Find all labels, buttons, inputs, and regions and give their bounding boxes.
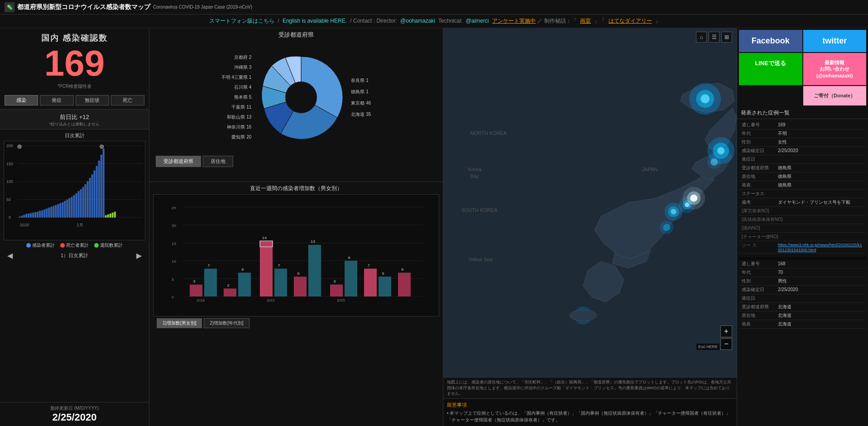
right-panel: Facebook twitter LINEで送る 最新情報 お問い合わせ (@o… xyxy=(737,28,868,426)
svg-rect-43 xyxy=(89,178,91,217)
map-grid-btn[interactable]: ⊞ xyxy=(721,32,732,43)
pie-labels-right: 奈良県 1 徳島県 1 東京都 46 北海道 35 xyxy=(351,75,371,120)
svg-rect-45 xyxy=(94,170,96,217)
case-row-status: ステータス xyxy=(739,189,866,198)
technical-link[interactable]: @aimerci xyxy=(466,18,489,24)
svg-text:2月: 2月 xyxy=(77,223,83,227)
info-btn[interactable]: 最新情報 お問い合わせ (@oohamazaki) xyxy=(803,53,867,85)
case-row-confirmed-date: 感染確定日 2/25/2020 xyxy=(739,146,866,155)
case-row-age: 年代 不明 xyxy=(739,129,866,138)
case-168-row-onset-date: 発症日 xyxy=(739,294,866,302)
case-row-onset-date: 発症日 xyxy=(739,155,866,163)
pie-chart-svg xyxy=(256,52,346,143)
tab-asymptomatic[interactable]: 無症状 xyxy=(76,95,109,105)
center-col: 受診都道府県 京都府 2 沖縄県 3 不明 4三重県 1 石川県 4 熊本県 5… xyxy=(149,28,443,426)
tab-death[interactable]: 死亡 xyxy=(111,95,144,105)
case-row-notes: 備考 ダイヤモンド・プリンセス号を下船 xyxy=(739,198,866,206)
japan-map-svg: NORTH KOREA Korea Bay SOUTH KOREA Yellow… xyxy=(443,28,737,377)
svg-point-55 xyxy=(18,145,21,148)
svg-rect-18 xyxy=(32,213,34,218)
line-btn[interactable]: LINEで送る xyxy=(739,53,802,85)
update-box: 最終更新日 (M/D/YYYY) 2/25/2020 xyxy=(0,402,149,426)
donate-btn[interactable]: ご寄付（Donate） xyxy=(803,86,867,105)
case-row-case-no: 通し番号 169 xyxy=(739,121,866,129)
facebook-btn[interactable]: Facebook xyxy=(739,30,802,52)
svg-rect-89 xyxy=(308,245,321,297)
app-title: 🦠 都道府県別新型コロナウイルス感染者数マップ Coronavirus COVI… xyxy=(5,2,252,12)
survey-link[interactable]: アンケート実施中 xyxy=(492,18,536,24)
case-168-row-case-no: 通し番号 168 xyxy=(739,260,866,268)
chart-next-btn[interactable]: ▶ xyxy=(136,251,142,260)
pie-label-nara: 奈良県 1 xyxy=(351,75,371,86)
svg-text:Bay: Bay xyxy=(470,173,479,179)
credits2-link[interactable]: はてなダイアリー xyxy=(609,18,652,24)
credits1-link[interactable]: 画室 xyxy=(580,18,591,24)
pie-tab-residence[interactable]: 居住地 xyxy=(203,156,233,167)
svg-rect-44 xyxy=(91,174,93,217)
twitter-btn[interactable]: twitter xyxy=(803,30,867,52)
pie-tab-hospital[interactable]: 受診都道府県 xyxy=(156,156,201,167)
map-home-btn[interactable]: ⌂ xyxy=(696,32,707,43)
svg-text:14: 14 xyxy=(262,235,267,239)
svg-point-118 xyxy=(671,209,676,215)
svg-text:2/22: 2/22 xyxy=(267,298,275,302)
smartphone-link[interactable]: スマートフォン版はこちら xyxy=(209,18,274,24)
tab-row: 感染 発症 無症状 死亡 xyxy=(0,95,149,109)
bar-tabs: 1)増加数[男女別] 2)増加数[年代別] xyxy=(153,316,439,330)
svg-rect-13 xyxy=(21,215,23,217)
chart-legend: 感染者累計 死亡者累計 退院数累計 xyxy=(4,240,145,250)
svg-rect-91 xyxy=(330,285,343,297)
tab-infection[interactable]: 感染 xyxy=(5,95,38,105)
social-buttons: Facebook twitter LINEで送る 最新情報 お問い合わせ (@o… xyxy=(737,28,868,107)
tab-onset[interactable]: 発症 xyxy=(40,95,73,105)
pie-labels-left: 京都府 2 沖縄県 3 不明 4三重県 1 石川県 4 熊本県 5 千葉県 11… xyxy=(221,53,252,142)
source-link-169[interactable]: https://www3.nhk.or.jp/news/html/2020022… xyxy=(778,243,862,252)
pie-label-okinawa: 沖縄県 3 xyxy=(221,62,252,72)
svg-rect-74 xyxy=(204,268,217,296)
zoom-out-btn[interactable]: − xyxy=(720,338,732,350)
bar-tab-gender[interactable]: 1)増加数[男女別] xyxy=(157,318,202,328)
svg-rect-19 xyxy=(34,212,36,218)
svg-text:150: 150 xyxy=(6,162,13,166)
map-container[interactable]: ⌂ ☰ ⊞ NORTH KOREA Korea Bay SOUTH KOREA … xyxy=(443,28,737,377)
english-link[interactable]: English is available HERE. xyxy=(283,18,347,24)
svg-text:30: 30 xyxy=(172,199,176,200)
svg-text:50: 50 xyxy=(6,197,11,202)
case-168-row-residence: 原住地 北海道 xyxy=(739,311,866,320)
pie-label-ishikawa: 石川県 4 xyxy=(221,82,252,92)
svg-rect-51 xyxy=(107,215,109,218)
map-list-btn[interactable]: ☰ xyxy=(709,32,719,43)
chart-nav: ◀ 1）日次累計 ▶ xyxy=(4,250,145,261)
svg-text:Korea: Korea xyxy=(468,167,482,172)
legend-discharged: 退院数累計 xyxy=(94,242,123,249)
director-link[interactable]: @oohamazaki xyxy=(400,18,435,24)
svg-text:Yellow Sea: Yellow Sea xyxy=(468,257,493,262)
zoom-in-btn[interactable]: + xyxy=(720,325,732,337)
title-text: 都道府県別新型コロナウイルス感染者数マップ xyxy=(17,3,150,11)
legend-death: 死亡者累計 xyxy=(60,242,89,249)
pie-label-kyoto: 京都府 2 xyxy=(221,53,252,62)
svg-text:2/19: 2/19 xyxy=(197,298,205,302)
svg-text:2/25: 2/25 xyxy=(337,298,345,302)
svg-rect-16 xyxy=(28,214,29,218)
svg-rect-54 xyxy=(114,212,116,218)
case-table-168: 通し番号 168 年代 70 性別 男性 感染確定日 2/25/2020 発症日 xyxy=(739,260,866,329)
svg-rect-48 xyxy=(101,155,102,218)
svg-text:2020: 2020 xyxy=(20,223,29,227)
svg-rect-37 xyxy=(76,193,77,218)
bar-tab-age[interactable]: 2)増加数[年代別] xyxy=(204,318,249,328)
svg-text:0: 0 xyxy=(172,295,174,299)
chart-prev-btn[interactable]: ◀ xyxy=(7,251,13,260)
svg-rect-33 xyxy=(66,200,68,218)
map-footer: 地図上には、感染者の居住地について、「市区町村」、「（総合）振興局」、「都道府県… xyxy=(443,377,737,398)
update-date: 2/25/2020 xyxy=(3,412,146,423)
pie-label-kumamoto: 熊本県 5 xyxy=(221,92,252,102)
svg-rect-49 xyxy=(103,148,105,218)
separator1: / xyxy=(278,18,281,24)
case-row-sex: 性別 女性 xyxy=(739,138,866,146)
svg-point-115 xyxy=(717,147,724,154)
pie-label-unknown: 不明 4三重県 1 xyxy=(221,72,252,82)
case-list[interactable]: 通し番号 169 年代 不明 性別 女性 感染確定日 2/25/2020 発症日 xyxy=(737,119,868,426)
svg-text:5: 5 xyxy=(172,277,174,281)
credits-mid: 」「 xyxy=(594,18,605,24)
